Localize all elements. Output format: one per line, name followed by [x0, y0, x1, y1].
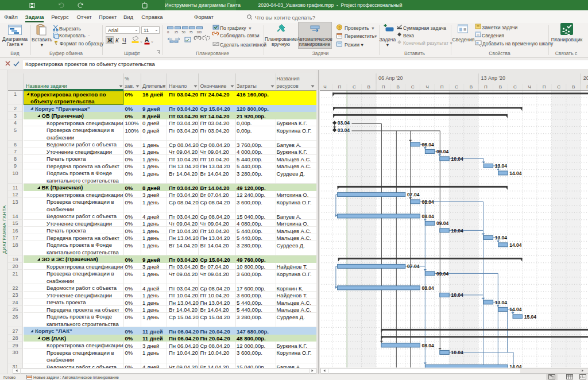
- svg-text:П: П: [543, 84, 546, 90]
- svg-text:09.04: 09.04: [436, 149, 449, 154]
- svg-text:С: С: [353, 84, 356, 90]
- svg-text:П: П: [338, 84, 342, 90]
- svg-text:13.04: 13.04: [495, 300, 508, 305]
- svg-text:07.04: 07.04: [407, 263, 420, 269]
- svg-text:07.04: 07.04: [407, 192, 420, 197]
- svg-text:Ч: Ч: [425, 84, 428, 90]
- svg-text:10.04: 10.04: [451, 156, 463, 162]
- svg-text:03.04: 03.04: [338, 120, 350, 126]
- svg-text:13.04: 13.04: [495, 235, 508, 241]
- svg-text:А: А: [145, 37, 149, 43]
- svg-text:03.04: 03.04: [338, 127, 350, 133]
- svg-text:?: ?: [338, 26, 341, 30]
- svg-text:13 Апр '20: 13 Апр '20: [481, 75, 506, 81]
- svg-text:В: В: [470, 84, 473, 90]
- svg-text:⌄: ⌄: [150, 39, 154, 43]
- svg-text:С: С: [411, 84, 415, 90]
- svg-text:С: С: [455, 84, 458, 90]
- svg-text:14.04: 14.04: [509, 170, 522, 176]
- svg-text:14.04: 14.04: [509, 242, 522, 248]
- svg-text:08.04: 08.04: [422, 199, 435, 205]
- svg-text:08.04: 08.04: [422, 214, 435, 219]
- svg-text:09.04: 09.04: [436, 271, 449, 277]
- svg-text:П: П: [484, 84, 488, 90]
- svg-text:С: С: [557, 84, 560, 90]
- svg-text:13.04: 13.04: [495, 163, 508, 169]
- svg-text:⌄: ⌄: [140, 39, 143, 43]
- svg-text:10.04: 10.04: [451, 228, 463, 234]
- svg-text:09.04: 09.04: [436, 220, 449, 226]
- svg-text:08.04: 08.04: [422, 285, 435, 291]
- svg-text:20 Ап: 20 Ап: [583, 75, 588, 81]
- svg-text:В: В: [397, 84, 400, 90]
- svg-text:14.04: 14.04: [509, 307, 522, 312]
- svg-text:Ч: Ч: [528, 84, 531, 90]
- svg-text:П: П: [440, 84, 444, 90]
- svg-text:В: В: [572, 84, 575, 90]
- svg-text:06 Апр '20: 06 Апр '20: [378, 75, 403, 81]
- svg-text:08.04: 08.04: [422, 142, 435, 148]
- svg-text:15.04: 15.04: [524, 314, 537, 320]
- svg-text:08.04: 08.04: [422, 343, 435, 348]
- svg-text:В: В: [368, 84, 370, 90]
- svg-text:10.04: 10.04: [451, 350, 463, 355]
- svg-text:Ч: Ч: [323, 84, 326, 90]
- svg-text:10.04: 10.04: [451, 292, 463, 298]
- svg-text:П: П: [382, 84, 385, 90]
- svg-text:В: В: [499, 84, 502, 90]
- svg-text:С: С: [513, 84, 517, 90]
